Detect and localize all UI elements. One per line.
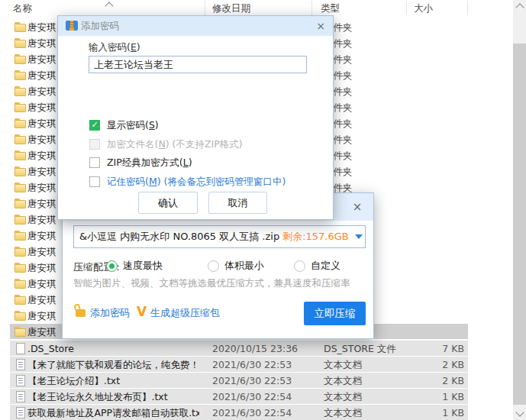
folder-icon: [15, 134, 26, 144]
checkbox-icon[interactable]: [89, 139, 100, 150]
zip-archive-icon: [66, 21, 78, 31]
disk-space-remaining: 剩余:157.6GB: [282, 230, 349, 244]
column-header-name[interactable]: 名称: [13, 2, 32, 15]
close-icon[interactable]: ×: [314, 19, 328, 33]
folder-icon: [15, 327, 26, 337]
file-size: 2 KB: [397, 375, 464, 386]
file-row[interactable]: 【老王论坛介绍】.txt2021/6/30 22:53文本文档2 KB: [0, 373, 513, 389]
checkbox-option[interactable]: 记住密码(M) (将会备忘到密码管理窗口中): [89, 175, 286, 189]
checkbox-option[interactable]: 加密文件名(N) (不支持ZIP格式): [89, 137, 243, 151]
file-size: 1 KB: [397, 391, 464, 402]
checkbox-label: ZIP经典加密方式(L): [107, 157, 192, 170]
scrollbar-thumb[interactable]: [513, 44, 526, 405]
checkbox-option[interactable]: ✓显示密码(S): [89, 118, 159, 132]
file-type: DS_STORE 文件: [324, 343, 396, 356]
checkbox-checked-icon[interactable]: ✓: [89, 120, 100, 131]
folder-name: 唐安琪: [27, 310, 56, 323]
folder-icon: [15, 215, 26, 225]
archive-name-input[interactable]: &小逗逗 内购无水印 NO.8065 双人互搞 .zip 剩余:157.6GB: [73, 225, 366, 248]
column-divider[interactable]: [205, 1, 205, 15]
column-divider[interactable]: [406, 1, 407, 15]
folder-name: 唐安琪: [27, 214, 56, 227]
radio-icon[interactable]: [208, 260, 219, 272]
folder-icon: [15, 231, 26, 241]
file-row[interactable]: 【老王论坛永久地址发布页】.txt2021/6/30 22:54文本文档1 KB: [0, 389, 513, 405]
file-date-modified: 2021/6/30 22:54: [212, 407, 292, 418]
close-icon[interactable]: ×: [350, 200, 364, 214]
add-password-dialog: 添加密码 × 输入密码(E) ✓显示密码(S)加密文件名(N) (不支持ZIP格…: [57, 15, 334, 220]
file-type: 文本文档: [324, 359, 362, 372]
column-divider[interactable]: [311, 1, 312, 15]
column-divider[interactable]: [467, 1, 468, 15]
column-header-date-modified[interactable]: 修改日期: [212, 2, 250, 15]
radio-option[interactable]: 速度最快: [106, 259, 163, 273]
password-input-label: 输入密码(E): [89, 41, 140, 54]
folder-icon: [15, 247, 26, 257]
radio-option[interactable]: 体积最小: [208, 259, 264, 273]
archive-filename: &小逗逗 内购无水印 NO.8065 双人互搞 .zip: [79, 230, 279, 244]
folder-name: 唐安琪: [27, 134, 56, 147]
super-zip-icon: V: [137, 304, 147, 319]
folder-name: 唐安琪: [27, 69, 56, 82]
file-size: 7 KB: [397, 343, 464, 354]
checkbox-icon[interactable]: [89, 157, 100, 168]
checkbox-label: 显示密码(S): [107, 119, 159, 132]
folder-icon: [15, 54, 26, 64]
file-date-modified: 2020/10/15 23:36: [212, 343, 298, 354]
add-password-link[interactable]: 添加密码: [90, 306, 130, 320]
cancel-button[interactable]: 取消: [208, 192, 267, 214]
compress-hint-text: 智能为图片、视频、文档等挑选最优压缩方式，兼具速度和压缩率: [73, 277, 350, 290]
file-type: 文本文档: [324, 407, 362, 420]
checkbox-label: 记住密码(M) (将会备忘到密码管理窗口中): [107, 176, 286, 189]
folder-icon: [15, 263, 26, 273]
vertical-scrollbar[interactable]: [513, 0, 526, 420]
file-explorer-window: 名称 修改日期 类型 大小 唐安琪文件夹唐安琪文件夹唐安琪文件夹唐安琪文件夹唐安…: [0, 0, 526, 420]
folder-icon: [15, 295, 26, 305]
folder-name: 唐安琪: [27, 246, 56, 259]
file-name: 【来了就能下载和观看的论坛，纯免费！ ...: [27, 359, 199, 372]
file-name: 【老王论坛永久地址发布页】.txt: [27, 391, 168, 404]
radio-label: 速度最快: [123, 259, 163, 273]
radio-icon[interactable]: [294, 260, 305, 272]
folder-name: 唐安琪: [27, 102, 56, 115]
text-file-icon: [16, 359, 25, 370]
radio-selected-icon[interactable]: [106, 260, 118, 272]
file-date-modified: 2021/6/30 22:53: [212, 359, 292, 370]
confirm-button[interactable]: 确认: [138, 192, 198, 214]
file-name: .DS_Store: [27, 343, 74, 354]
folder-name: 唐安琪: [27, 21, 56, 34]
file-name: 【老王论坛介绍】.txt: [27, 375, 120, 388]
folder-icon: [15, 311, 26, 321]
folder-icon: [15, 22, 26, 32]
column-header-size[interactable]: 大小: [414, 2, 433, 15]
text-file-icon: [16, 391, 25, 402]
folder-name: 唐安琪: [27, 37, 56, 50]
scroll-down-button[interactable]: [513, 407, 526, 420]
folder-icon: [15, 183, 26, 192]
checkbox-icon[interactable]: [89, 176, 100, 187]
file-type: 文本文档: [324, 375, 362, 388]
scroll-up-button[interactable]: [513, 0, 526, 13]
file-row[interactable]: 获取最新地址及APP请发邮箱自动获取.txt2021/6/30 22:54文本文…: [0, 405, 513, 420]
chevron-down-icon: [515, 408, 524, 416]
file-row[interactable]: 【来了就能下载和观看的论坛，纯免费！ ...2021/6/30 22:53文本文…: [0, 357, 513, 373]
folder-icon: [15, 279, 26, 289]
radio-label: 自定义: [311, 259, 340, 273]
lock-icon: [76, 309, 86, 317]
password-input[interactable]: [89, 56, 307, 73]
super-zip-link[interactable]: 生成超级压缩包: [150, 306, 220, 320]
column-header-type[interactable]: 类型: [321, 2, 340, 15]
file-row[interactable]: .DS_Store2020/10/15 23:36DS_STORE 文件7 KB: [0, 341, 513, 357]
radio-option[interactable]: 自定义: [294, 259, 340, 273]
folder-name: 唐安琪: [27, 278, 56, 291]
folder-icon: [15, 150, 26, 160]
folder-icon: [15, 70, 26, 80]
file-icon: [16, 343, 25, 354]
folder-icon: [15, 102, 26, 112]
file-name: 获取最新地址及APP请发邮箱自动获取.txt: [27, 407, 199, 420]
chevron-down-icon[interactable]: [355, 234, 363, 239]
compress-now-button[interactable]: 立即压缩: [304, 302, 366, 325]
file-type: 文本文档: [324, 391, 362, 404]
checkbox-option[interactable]: ZIP经典加密方式(L): [89, 156, 192, 170]
text-file-icon: [16, 407, 25, 418]
